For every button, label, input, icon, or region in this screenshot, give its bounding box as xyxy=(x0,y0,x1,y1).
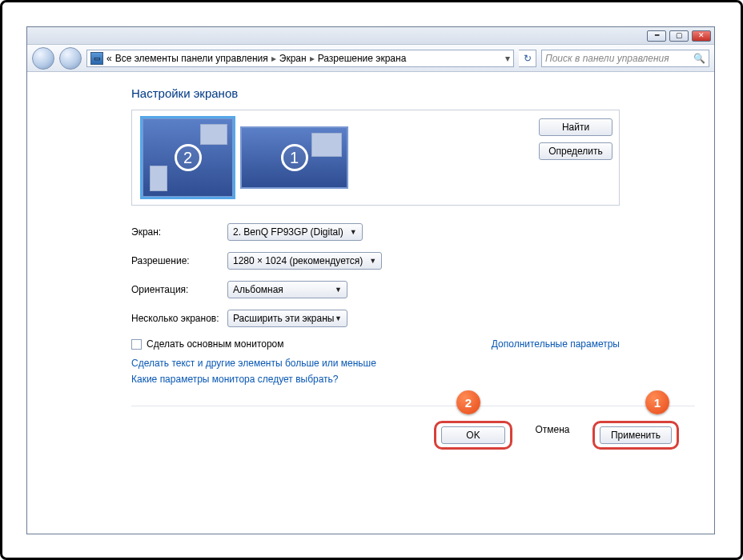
apply-highlight: Применить xyxy=(592,421,679,450)
breadcrumb-seg3[interactable]: Разрешение экрана xyxy=(318,53,407,64)
callout-badge-2: 2 xyxy=(456,390,480,414)
cancel-button[interactable]: Отмена xyxy=(520,421,584,438)
nav-back-button[interactable] xyxy=(32,47,54,70)
which-settings-link[interactable]: Какие параметры монитора следует выбрать… xyxy=(131,374,339,385)
find-button[interactable]: Найти xyxy=(539,118,612,136)
search-placeholder: Поиск в панели управления xyxy=(545,53,669,64)
orientation-select[interactable]: Альбомная ▼ xyxy=(227,281,347,298)
maximize-button[interactable]: ▢ xyxy=(669,30,689,42)
monitor-2[interactable]: 2 xyxy=(142,118,234,198)
minimize-button[interactable]: ━ xyxy=(647,30,666,42)
callout-badge-1: 1 xyxy=(645,390,669,414)
control-panel-icon: ▭ xyxy=(90,52,103,65)
breadcrumb-prefix: « xyxy=(106,53,112,64)
multi-display-select[interactable]: Расширить эти экраны ▼ xyxy=(227,310,347,327)
make-primary-checkbox[interactable] xyxy=(131,339,142,350)
breadcrumb-seg1[interactable]: Все элементы панели управления xyxy=(115,53,268,64)
breadcrumb-dropdown-icon[interactable]: ▾ xyxy=(505,53,510,64)
display-preview: 2 1 Найти Определить xyxy=(131,110,620,206)
monitor-2-badge: 2 xyxy=(175,144,202,171)
monitor-1[interactable]: 1 xyxy=(240,126,348,189)
detect-button[interactable]: Определить xyxy=(539,142,612,160)
screen-label: Экран: xyxy=(131,226,227,238)
chevron-down-icon: ▼ xyxy=(369,257,376,265)
resolution-label: Разрешение: xyxy=(131,255,227,266)
ok-button[interactable]: OK xyxy=(441,426,505,444)
chevron-right-icon: ▸ xyxy=(271,53,276,64)
text-size-link[interactable]: Сделать текст и другие элементы больше и… xyxy=(131,358,376,369)
monitor-1-badge: 1 xyxy=(281,144,308,171)
nav-forward-button[interactable] xyxy=(59,47,82,70)
advanced-settings-link[interactable]: Дополнительные параметры xyxy=(492,338,620,350)
refresh-button[interactable]: ↻ xyxy=(519,50,536,67)
ok-highlight: OK xyxy=(434,421,512,450)
chevron-down-icon: ▼ xyxy=(335,314,342,322)
make-primary-label: Сделать основным монитором xyxy=(147,338,284,350)
screen-select[interactable]: 2. BenQ FP93GP (Digital) ▼ xyxy=(227,223,363,241)
breadcrumb-seg2[interactable]: Экран xyxy=(279,53,307,64)
page-title: Настройки экранов xyxy=(131,86,695,100)
orientation-label: Ориентация: xyxy=(131,284,227,295)
apply-button[interactable]: Применить xyxy=(600,426,672,444)
search-input[interactable]: Поиск в панели управления 🔍 xyxy=(541,50,709,67)
search-icon: 🔍 xyxy=(693,53,705,64)
chevron-down-icon: ▼ xyxy=(350,228,357,236)
chevron-right-icon: ▸ xyxy=(310,53,315,64)
multi-display-label: Несколько экранов: xyxy=(131,313,227,324)
resolution-select[interactable]: 1280 × 1024 (рекомендуется) ▼ xyxy=(227,252,382,270)
close-button[interactable]: ✕ xyxy=(692,30,711,42)
chevron-down-icon: ▼ xyxy=(335,286,342,294)
breadcrumb[interactable]: ▭ « Все элементы панели управления ▸ Экр… xyxy=(86,50,514,67)
